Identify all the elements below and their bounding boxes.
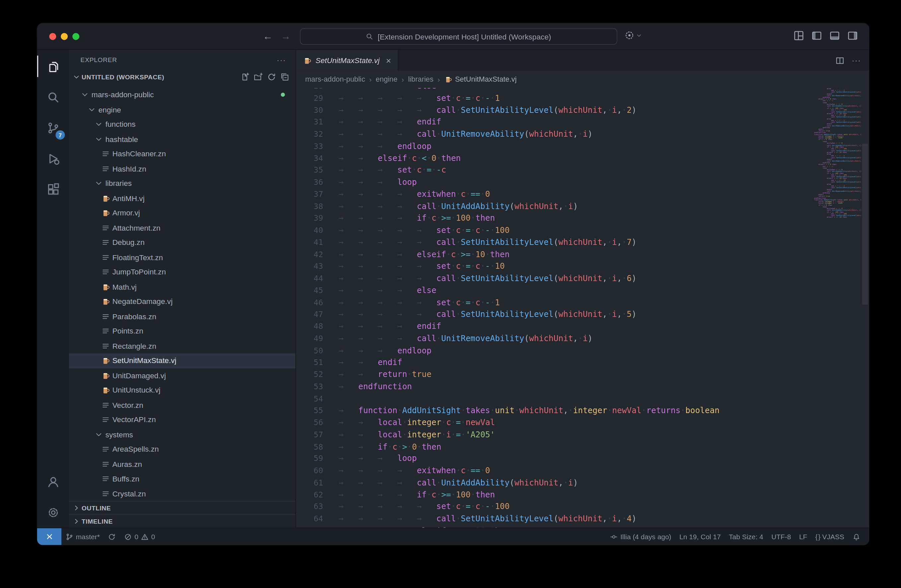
line-number[interactable]: 41: [296, 236, 323, 248]
line-number[interactable]: 42: [296, 248, 323, 260]
code-line-56[interactable]: 56→ → local·integer·c·=·newVal: [296, 416, 809, 428]
outline-section[interactable]: OUTLINE: [69, 501, 295, 514]
code-line-29[interactable]: 29→ → → → → set·c·=·c·-·1: [296, 92, 809, 104]
new-folder-icon[interactable]: [254, 72, 263, 81]
code-line-39[interactable]: 39→ → → → if·c·>=·100·then: [296, 212, 809, 224]
tree-item-NegateDamage.vj[interactable]: NegateDamage.vj: [69, 294, 295, 309]
history-back-icon[interactable]: ←: [263, 31, 273, 42]
problems-status[interactable]: 0 0: [120, 528, 159, 545]
code-line-47[interactable]: 47→ → → → → call·SetUnitAbilityLevel(whi…: [296, 308, 809, 320]
line-number[interactable]: 61: [296, 477, 323, 488]
code-line-63[interactable]: 63→ → → → → set·c·=·c·-·100: [296, 501, 809, 513]
history-forward-icon[interactable]: →: [281, 31, 291, 42]
tree-item-Crystal.zn[interactable]: Crystal.zn: [69, 486, 295, 501]
tree-item-UnitUnstuck.vj[interactable]: UnitUnstuck.vj: [69, 383, 295, 398]
code-line-43[interactable]: 43→ → → → → set·c·=·c·-·10: [296, 260, 809, 272]
remote-indicator[interactable]: [37, 528, 61, 545]
tree-item-Attachment.zn[interactable]: Attachment.zn: [69, 220, 295, 235]
code-line-65[interactable]: 65→ → → → elseif·c·>=·10·then: [296, 525, 809, 527]
tree-item-Points.zn[interactable]: Points.zn: [69, 324, 295, 339]
line-number[interactable]: 30: [296, 104, 323, 116]
breadcrumb-item[interactable]: engine: [376, 75, 398, 83]
tree-item-Vector.zn[interactable]: Vector.zn: [69, 398, 295, 412]
collapse-all-icon[interactable]: [280, 72, 290, 81]
tab-size-status[interactable]: Tab Size: 4: [725, 528, 767, 545]
code-line-38[interactable]: 38→ → → → call·UnitAddAbility(whichUnit,…: [296, 200, 809, 212]
line-number[interactable]: 47: [296, 308, 323, 320]
code-line-48[interactable]: 48→ → → → endif: [296, 320, 809, 332]
tree-item-HashId.zn[interactable]: HashId.zn: [69, 161, 295, 176]
profile-button[interactable]: [624, 30, 642, 41]
tree-item-engine[interactable]: engine: [69, 102, 295, 117]
line-number[interactable]: 49: [296, 332, 323, 344]
line-number[interactable]: 38: [296, 200, 323, 212]
code-line-55[interactable]: 55→ function·AddUnitSight·takes·unit·whi…: [296, 404, 809, 416]
split-editor-icon[interactable]: [835, 55, 845, 66]
line-number[interactable]: 31: [296, 116, 323, 128]
language-mode-status[interactable]: { } VJASS: [811, 528, 849, 545]
toggle-panel-icon[interactable]: [829, 30, 841, 42]
tree-item-Auras.zn[interactable]: Auras.zn: [69, 457, 295, 471]
tree-item-UnitDamaged.vj[interactable]: UnitDamaged.vj: [69, 368, 295, 383]
line-number[interactable]: 43: [296, 260, 323, 272]
activity-run-debug[interactable]: [37, 143, 69, 174]
tree-item-JumpToPoint.zn[interactable]: JumpToPoint.zn: [69, 265, 295, 280]
tree-item-AntiMH.vj[interactable]: AntiMH.vj: [69, 191, 295, 206]
git-blame-status[interactable]: Illia (4 days ago): [606, 528, 675, 545]
code-line-64[interactable]: 64→ → → → → call·SetUnitAbilityLevel(whi…: [296, 513, 809, 525]
tree-item-FloatingText.zn[interactable]: FloatingText.zn: [69, 250, 295, 265]
code-line-36[interactable]: 36→ → → loop: [296, 176, 809, 188]
code-line-59[interactable]: 59→ → → loop: [296, 452, 809, 465]
line-number[interactable]: 54: [296, 393, 323, 404]
scrollbar-thumb[interactable]: [862, 143, 868, 305]
line-number[interactable]: 63: [296, 501, 323, 513]
line-number[interactable]: 28: [296, 88, 323, 92]
zoom-window-button[interactable]: [72, 33, 79, 40]
line-number[interactable]: 34: [296, 152, 323, 164]
line-number[interactable]: 48: [296, 320, 323, 332]
tree-item-Buffs.zn[interactable]: Buffs.zn: [69, 471, 295, 487]
line-number[interactable]: 64: [296, 513, 323, 525]
code-line-50[interactable]: 50→ → → endloop: [296, 345, 809, 356]
line-number[interactable]: 57: [296, 428, 323, 440]
encoding-status[interactable]: UTF-8: [767, 528, 795, 545]
command-center[interactable]: [Extension Development Host] Untitled (W…: [299, 28, 617, 45]
code-line-49[interactable]: 49→ → → → call·UnitRemoveAbility(whichUn…: [296, 332, 809, 344]
line-number[interactable]: 40: [296, 224, 323, 236]
code-line-52[interactable]: 52→ → return·true: [296, 368, 809, 380]
line-number[interactable]: 58: [296, 440, 323, 452]
line-number[interactable]: 53: [296, 380, 323, 392]
code-line-42[interactable]: 42→ → → → elseif·c·>=·10·then: [296, 248, 809, 260]
toggle-secondary-sidebar-icon[interactable]: [846, 30, 859, 42]
line-number[interactable]: 62: [296, 488, 323, 501]
sync-button[interactable]: [104, 528, 120, 545]
minimize-window-button[interactable]: [61, 33, 68, 40]
code-line-45[interactable]: 45→ → → → else: [296, 284, 809, 296]
code-line-28[interactable]: 28→ → → → else: [296, 88, 809, 92]
code-line-37[interactable]: 37→ → → → exitwhen·c·==·0: [296, 188, 809, 200]
code-line-34[interactable]: 34→ → elseif·c·<·0·then: [296, 152, 809, 164]
notifications-button[interactable]: [848, 528, 865, 545]
accounts-button[interactable]: [37, 466, 69, 497]
line-number[interactable]: 60: [296, 465, 323, 477]
tree-item-Parabolas.zn[interactable]: Parabolas.zn: [69, 309, 295, 324]
branch-status[interactable]: master*: [61, 528, 104, 545]
tab-setunitmaxstate[interactable]: SetUnitMaxState.vj ×: [296, 50, 398, 71]
code-line-61[interactable]: 61→ → → → call·UnitAddAbility(whichUnit,…: [296, 477, 809, 488]
breadcrumb-item[interactable]: libraries: [408, 75, 433, 83]
line-number[interactable]: 51: [296, 356, 323, 368]
line-number[interactable]: 50: [296, 345, 323, 356]
tree-item-Debug.zn[interactable]: Debug.zn: [69, 235, 295, 250]
line-number[interactable]: 36: [296, 176, 323, 188]
editor-more-actions[interactable]: ···: [852, 56, 861, 64]
new-file-icon[interactable]: [240, 72, 249, 81]
code-line-44[interactable]: 44→ → → → → call·SetUnitAbilityLevel(whi…: [296, 272, 809, 284]
line-number[interactable]: 39: [296, 212, 323, 224]
activity-explorer[interactable]: [37, 51, 69, 82]
code-line-35[interactable]: 35→ → → set·c·=·-c: [296, 164, 809, 176]
activity-extensions[interactable]: [37, 174, 69, 205]
code-line-31[interactable]: 31→ → → → endif: [296, 116, 809, 128]
code-line-46[interactable]: 46→ → → → → set·c·=·c·-·1: [296, 296, 809, 308]
line-number[interactable]: 29: [296, 92, 323, 104]
code-line-33[interactable]: 33→ → → endloop: [296, 140, 809, 152]
